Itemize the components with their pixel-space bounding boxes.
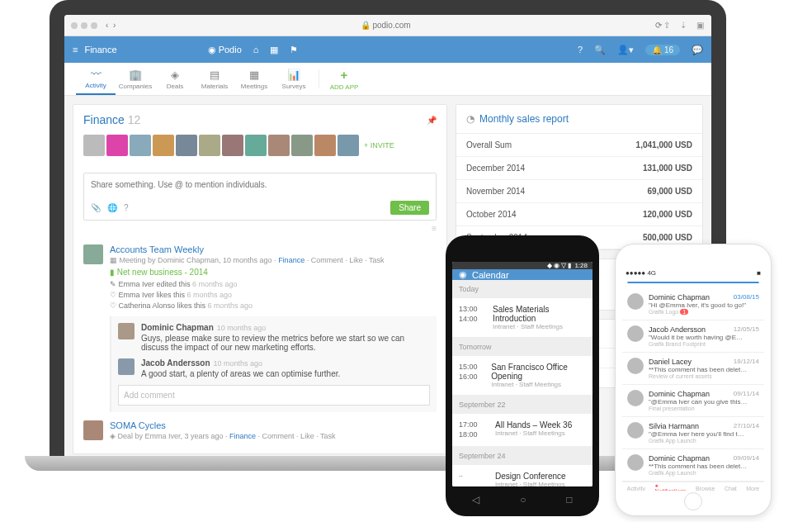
notification-item[interactable]: Daniel Lacey18/12/14**This comment has b… [622, 353, 764, 385]
activity-line: ♡ Emma Iver likes this 6 months ago [110, 291, 437, 299]
calendar-event[interactable]: 13:0014:00Sales Materials IntroductionIn… [452, 298, 592, 338]
tab-activity[interactable]: Activity [627, 486, 645, 491]
share-button[interactable]: Share [390, 201, 429, 215]
menu-icon[interactable]: ≡ [73, 45, 78, 55]
workspace-title[interactable]: Finance [83, 113, 125, 126]
tab-meetings[interactable]: ▦Meetings [234, 63, 274, 95]
avatar[interactable] [199, 135, 220, 156]
avatar[interactable] [338, 135, 359, 156]
chat-icon[interactable]: 💬 [692, 45, 703, 55]
calendar-event[interactable]: 17:0018:00All Hands – Week 36Intranet · … [452, 414, 592, 447]
back-icon[interactable]: ◁ [472, 494, 479, 505]
feed-menu-icon[interactable]: ≡ [73, 221, 446, 236]
invite-button[interactable]: + INVITE [364, 141, 394, 149]
search-icon[interactable]: 🔍 [594, 45, 606, 55]
avatar[interactable] [83, 135, 105, 156]
report-row[interactable]: Overall Sum1,041,000 USD [456, 134, 702, 157]
post-title[interactable]: SOMA Cycles [110, 420, 437, 430]
calendar-event[interactable]: 15:0016:00San Francisco Office OpeningIn… [452, 356, 592, 396]
tabs-icon[interactable]: ▣ [695, 21, 705, 30]
avatar[interactable] [153, 135, 174, 156]
seg-me[interactable]: @Me [666, 282, 704, 283]
avatar[interactable] [83, 420, 103, 440]
home-button[interactable] [684, 492, 702, 510]
tab-more[interactable]: More [746, 486, 759, 491]
notification-item[interactable]: Jacob Andersson12/05/15"Would it be wort… [622, 320, 764, 353]
tab-browse[interactable]: Browse [696, 486, 715, 491]
tasks-icon[interactable]: ⚑ [290, 45, 298, 55]
report-row[interactable]: December 2014131,000 USD [456, 157, 702, 180]
workspace-name[interactable]: Finance [84, 45, 116, 55]
avatar[interactable] [130, 135, 151, 156]
avatar[interactable] [106, 135, 128, 156]
tab-notifications[interactable]: ●Notifications [654, 482, 686, 491]
post-title[interactable]: Accounts Team Weekly [110, 244, 437, 254]
avatar[interactable] [245, 135, 267, 156]
question-icon[interactable]: ? [124, 203, 129, 212]
day-header: September 24 [452, 447, 592, 465]
pin-icon[interactable]: 📌 [427, 116, 437, 125]
add-comment-input[interactable]: Add comment [118, 385, 430, 406]
feed-post: Accounts Team Weekly ▦ Meeting by Domini… [83, 244, 437, 412]
avatar[interactable] [222, 135, 243, 156]
globe-icon[interactable]: 🌐 [107, 203, 117, 212]
surveys-icon: 📊 [287, 69, 300, 81]
iphone: ●●●●● 4G■ All @Me Unread ••• Dominic Cha… [615, 244, 772, 516]
podio-icon[interactable]: ◉ [459, 269, 467, 280]
reload-icon[interactable]: ⟳ [655, 21, 662, 30]
post-subtitle[interactable]: ▮ Net new business - 2014 [110, 268, 437, 277]
tab-companies[interactable]: 🏢Companies [116, 63, 155, 95]
plus-icon: + [341, 68, 348, 82]
feed-post: SOMA Cycles ◈ Deal by Emma Iver, 3 years… [83, 420, 437, 440]
meetings-icon: ▦ [249, 69, 259, 81]
report-title[interactable]: Monthly sales report [479, 113, 569, 125]
avatar[interactable] [268, 135, 290, 156]
tab-deals[interactable]: ◈Deals [155, 63, 195, 95]
avatar[interactable] [83, 244, 103, 264]
calendar-event[interactable]: ··Design ConferenceIntranet · Staff Meet… [452, 465, 592, 486]
android-statusbar: ◆ ◉ ▽ ▮1:28 [452, 262, 592, 269]
user-icon[interactable]: 👤▾ [617, 45, 634, 55]
help-icon[interactable]: ? [578, 45, 583, 55]
recent-icon[interactable]: □ [566, 494, 572, 505]
lock-icon: 🔒 [361, 21, 371, 30]
report-panel: ◔Monthly sales report Overall Sum1,041,0… [456, 104, 703, 250]
seg-all[interactable]: All [628, 282, 666, 283]
comment-author[interactable]: Jacob Andersson [141, 358, 210, 368]
ios-statusbar: ●●●●● 4G■ [622, 269, 764, 277]
tab-add-app[interactable]: +ADD APP [324, 63, 364, 95]
tab-chat[interactable]: Chat [725, 486, 737, 491]
android-navbar: ◁ ○ □ [452, 490, 592, 510]
download-icon[interactable]: ⇣ [678, 21, 688, 30]
attach-icon[interactable]: 📎 [91, 203, 101, 212]
share-box: 📎 🌐 ? Share [83, 173, 437, 221]
brand-logo[interactable]: ◉ Podio [208, 45, 242, 55]
tab-surveys[interactable]: 📊Surveys [274, 63, 314, 95]
notification-item[interactable]: Dominic Chapman09/11/14"@Emma Iver can y… [622, 385, 764, 417]
comment-author[interactable]: Dominic Chapman [141, 323, 214, 332]
report-row[interactable]: October 2014120,000 USD [456, 203, 702, 226]
browser-chrome: ‹ › 🔒 podio.com ⟳ ⇪⇣▣ [64, 15, 711, 36]
share-input[interactable] [84, 173, 436, 196]
home-icon[interactable]: ○ [520, 494, 526, 505]
avatar[interactable] [291, 135, 313, 156]
avatar[interactable] [176, 135, 197, 156]
tab-activity[interactable]: 〰Activity [76, 63, 116, 95]
deals-icon: ◈ [171, 69, 179, 81]
tab-materials[interactable]: ▤Materials [195, 63, 234, 95]
left-column: Finance 12 📌 + INVITE 📎 🌐 ? [73, 104, 447, 454]
segmented-control[interactable]: All @Me Unread ••• [627, 282, 759, 283]
notification-item[interactable]: Silvia Harmann27/10/14"@Emma Iver here y… [622, 417, 764, 449]
share-icon[interactable]: ⇪ [662, 21, 672, 30]
report-row[interactable]: November 201469,000 USD [456, 180, 702, 203]
calendar-icon[interactable]: ▦ [270, 45, 278, 55]
more-icon[interactable]: ••• [742, 282, 758, 283]
home-icon[interactable]: ⌂ [253, 45, 259, 55]
avatar[interactable] [314, 135, 336, 156]
seg-unread[interactable]: Unread [704, 282, 742, 283]
notification-badge[interactable]: 🔔 16 [645, 45, 680, 55]
avatar[interactable] [118, 358, 135, 375]
notification-item[interactable]: Dominic Chapman03/08/15"Hi @Emma Iver, i… [622, 288, 764, 320]
notification-item[interactable]: Dominic Chapman09/09/14**This comment ha… [622, 449, 764, 482]
avatar[interactable] [118, 323, 135, 339]
